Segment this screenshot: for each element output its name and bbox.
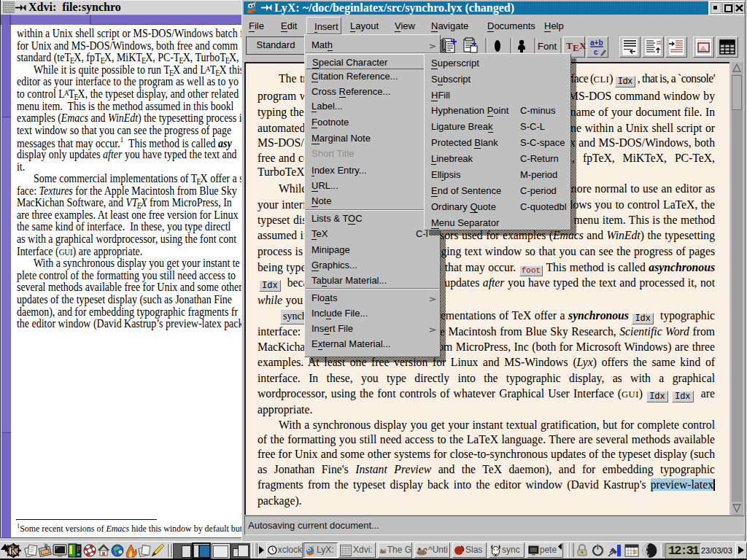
svg-text:K: K (8, 544, 18, 558)
svg-text:c: c (594, 48, 598, 56)
svg-text:a+b: a+b (590, 39, 603, 47)
